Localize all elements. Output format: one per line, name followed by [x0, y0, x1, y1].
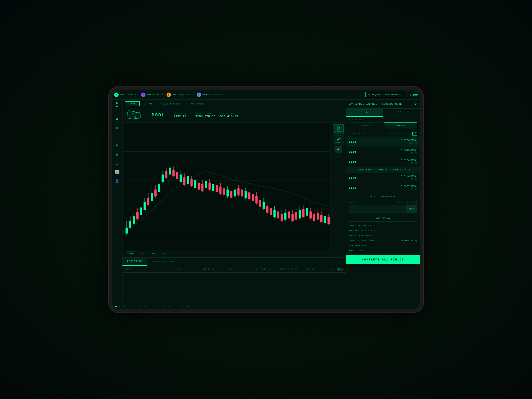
sidebar-icon-dot[interactable]: ◉	[113, 150, 121, 158]
ticker-sol[interactable]: S SOL $130.10	[141, 93, 163, 97]
strike-row-155[interactable]: $155 0.0475 MSOL $7.26	[346, 147, 420, 157]
time-btn-7d[interactable]: 7D	[137, 252, 145, 256]
tab-trade-history[interactable]: TRADE HISTORY	[147, 258, 179, 266]
balance-dropdown-icon[interactable]: ∨	[415, 102, 417, 106]
chart-area: MSOL ORACLE PRICE $152.70 OPEN INTEREST …	[122, 108, 346, 303]
cost-per-contract-label: COST PER CONTRACT	[389, 133, 411, 135]
strike-row-175[interactable]: $175 0.0144 MSOL $2.19	[346, 173, 420, 183]
chart-view-button[interactable]: CHART	[333, 124, 344, 134]
svg-rect-5	[126, 228, 128, 234]
pnl-label: P&L	[332, 268, 336, 270]
svg-rect-9	[133, 216, 135, 224]
svg-rect-95	[288, 211, 290, 218]
total-cost-value: –	[416, 249, 417, 252]
cp-arrow-right: ›	[375, 169, 376, 171]
svg-rect-33	[176, 172, 178, 179]
tab-call-spread[interactable]: 03 CALL SPREAD	[156, 101, 181, 106]
request-market-button[interactable]: ⊞ REQUEST NEW MARKET	[365, 92, 404, 97]
svg-rect-69	[241, 190, 243, 196]
greeks-header[interactable]: GREEKS +	[349, 216, 417, 222]
tab-put-spread[interactable]: 04 PUT SPREAD	[183, 101, 207, 106]
svg-rect-81	[263, 202, 265, 209]
svg-rect-39	[187, 176, 189, 184]
svg-rect-103	[302, 209, 305, 217]
time-btn-all[interactable]: ALL	[159, 252, 169, 256]
ticker-eth[interactable]: Ξ ETH $3,628.54	[197, 93, 222, 97]
sidebar-icon-flag[interactable]: ⚑	[113, 142, 121, 149]
positions-panel: POSITIONS TRADE HISTORY ∧ MARKET TYPE ST…	[122, 257, 346, 303]
svg-rect-93	[284, 213, 287, 219]
expiration-label: EXPIRATION	[349, 119, 417, 121]
sidebar-icon-swap[interactable]: ⇄	[113, 115, 121, 123]
sidebar-icon-cloud[interactable]: ☁	[113, 159, 121, 167]
time-btn-30d[interactable]: 30D	[148, 252, 157, 256]
time-btn-24h[interactable]: 24H	[126, 252, 135, 256]
info-row-price: PRICE OF OPTION –	[349, 223, 417, 228]
svg-rect-55	[216, 185, 218, 192]
sidebar-icon-chart[interactable]: 📈	[113, 168, 121, 176]
buy-tab[interactable]: BUY	[346, 109, 383, 117]
svg-rect-43	[194, 180, 196, 188]
zoom-plus-button[interactable]: +	[335, 146, 342, 153]
info-row-breakeven: BREAK-EVEN PRICE –	[349, 233, 417, 238]
col-strike: STRIKE ($)	[203, 268, 229, 270]
sidebar-icon-circle[interactable]: ◎	[113, 133, 121, 140]
expiry-15mar[interactable]: 15•MAR	[384, 122, 418, 129]
col-type: TYPE	[177, 268, 203, 270]
svg-rect-99	[295, 212, 297, 219]
sol-price: $130.10	[153, 93, 163, 96]
cp-right-text: CURRENT PRICE	[393, 169, 410, 171]
divider-button[interactable]: //	[333, 154, 344, 161]
info-row-platform-fee: PLATFORM FEE –	[349, 243, 417, 248]
max-button[interactable]: MAX	[406, 205, 417, 213]
ticker-msol[interactable]: M mSOL $152.72	[114, 93, 138, 97]
sidebar: SDX ⇄ ✕ ◎ ⚑ ◉ ☁ 📈 👤	[112, 100, 122, 303]
chart-header: MSOL ORACLE PRICE $152.70 OPEN INTEREST …	[122, 108, 346, 122]
chart-label: CHART	[336, 131, 341, 133]
footer-link-twitter[interactable]: X / TWITTER	[177, 305, 191, 308]
complete-all-fields-button[interactable]: COMPLETE ALL FIELDS	[346, 255, 420, 264]
svg-rect-75	[252, 194, 254, 201]
candles-container	[122, 122, 331, 250]
svg-rect-45	[198, 183, 200, 190]
platform-fee-label: PLATFORM FEE	[349, 244, 367, 247]
footer-link-telegram[interactable]: TELEGRAM	[162, 305, 172, 308]
tab-positions[interactable]: POSITIONS	[122, 258, 147, 266]
expiry-08mar[interactable]: 08•MAR	[349, 122, 382, 129]
svg-rect-27	[165, 171, 167, 178]
sdx-logo: SDX	[116, 102, 118, 112]
alert-count: 100	[412, 93, 418, 96]
strike-row-190[interactable]: $190 0.0067 MSOL $1.03	[346, 183, 420, 193]
amount-section: AMOUNT MAX SLIPPAGE i MAX	[346, 200, 420, 214]
svg-rect-15	[144, 202, 146, 210]
strike-cost-128: 0.1754 MSOL $26.78	[401, 139, 417, 144]
payoff-button[interactable]: PAYOFF	[333, 135, 344, 145]
sell-tab[interactable]: SELL	[383, 109, 420, 117]
svg-rect-41	[190, 179, 193, 186]
mainnet-label: MAINNET	[118, 305, 126, 308]
pnl-toggle-switch[interactable]	[337, 268, 344, 271]
svg-rect-97	[291, 214, 294, 221]
strike-row-165[interactable]: $165 0.0256 MSOL $3.92	[346, 157, 420, 167]
platform-fee-value: –	[416, 244, 417, 247]
info-row-total-cost: TOTAL COST –	[349, 248, 417, 253]
price-option-value: –	[416, 224, 417, 227]
svg-rect-63	[230, 191, 232, 198]
collapse-button[interactable]: ∧	[341, 259, 344, 264]
tab-ps-label: PUT SPREAD	[190, 103, 204, 105]
strike-row-128[interactable]: $128 0.1754 MSOL $26.78	[346, 137, 420, 147]
col-amt: AMT	[229, 268, 255, 270]
tab-call[interactable]: 01 CALL	[125, 101, 140, 106]
open-interest-block: OPEN INTEREST $269,278.96	[195, 112, 216, 118]
strike-cost-155: 0.0475 MSOL $7.26	[401, 149, 417, 154]
svg-rect-118	[337, 127, 338, 129]
cost-msol-175: 0.0144 MSOL	[401, 175, 417, 178]
amount-input[interactable]	[349, 205, 405, 213]
footer-link-docs[interactable]: DOCS	[152, 305, 157, 308]
sidebar-icon-close[interactable]: ✕	[113, 124, 121, 132]
tab-put[interactable]: 02 PUT	[141, 101, 155, 106]
sol-conversion[interactable]: ⊟ SOL CONVERSION	[346, 193, 420, 200]
ticker-btc[interactable]: ₿ BTC $68,193.74	[167, 93, 193, 97]
cp-arrow-left: ‹	[390, 169, 391, 171]
sidebar-icon-user[interactable]: 👤	[113, 177, 121, 185]
